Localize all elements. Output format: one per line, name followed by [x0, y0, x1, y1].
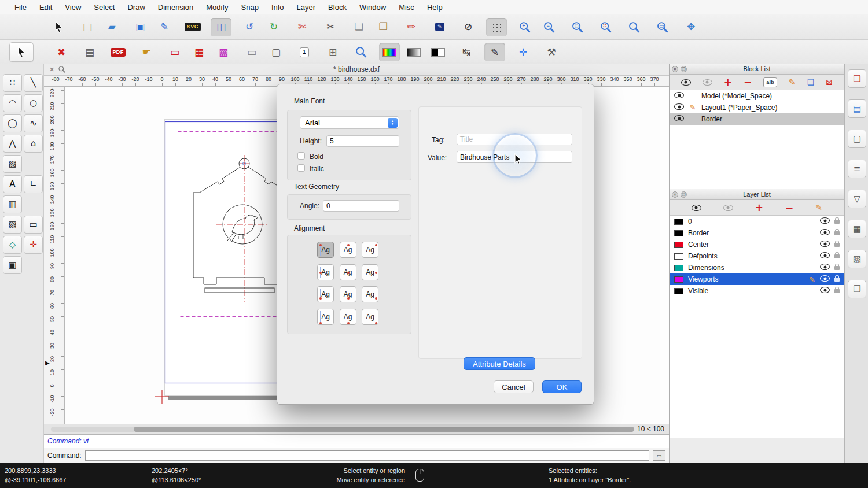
layer-row[interactable]: Visible: [670, 285, 844, 297]
show-all-layers-button[interactable]: [692, 205, 701, 211]
layer-lock-icon[interactable]: [834, 264, 840, 272]
alignment-top-center-button[interactable]: Ag: [340, 242, 356, 258]
block-row[interactable]: Border: [670, 113, 844, 125]
add-layer-button[interactable]: +: [755, 203, 763, 213]
menu-block[interactable]: Block: [322, 3, 353, 12]
rounded-panel-button[interactable]: ▢: [266, 43, 286, 61]
tool-arcs[interactable]: ◠: [3, 94, 22, 112]
layer-lock-icon[interactable]: [834, 241, 840, 249]
print-preview-button[interactable]: ◫: [211, 18, 231, 36]
menu-modify[interactable]: Modify: [200, 3, 234, 12]
menu-window[interactable]: Window: [353, 3, 392, 12]
menu-view[interactable]: View: [58, 3, 87, 12]
add-block-button[interactable]: +: [724, 77, 732, 87]
h-scrollbar-thumb[interactable]: [134, 427, 634, 432]
layer-row[interactable]: Center: [670, 239, 844, 250]
layer-row[interactable]: Defpoints: [670, 250, 844, 262]
layer-visibility-eye-icon[interactable]: [820, 264, 830, 272]
toggle-grid-button[interactable]: [486, 18, 507, 36]
undo-button[interactable]: ↺: [239, 18, 260, 36]
export-pdf-button[interactable]: PDF: [108, 43, 128, 61]
color-palette-button[interactable]: [379, 43, 400, 61]
layer-visibility-eye-icon[interactable]: [820, 217, 830, 225]
panel-library-button[interactable]: ▢: [848, 130, 866, 148]
window-rect-button[interactable]: ▭: [241, 43, 262, 61]
menu-select[interactable]: Select: [87, 3, 121, 12]
paste-button[interactable]: ❐: [373, 18, 393, 36]
menu-draw[interactable]: Draw: [121, 3, 151, 12]
zoom-out-button[interactable]: −: [539, 18, 560, 36]
remove-block-button[interactable]: −: [744, 77, 752, 87]
angle-input[interactable]: 0: [323, 200, 399, 212]
alignment-middle-right-button[interactable]: Ag: [362, 264, 378, 280]
cancel-button[interactable]: Cancel: [494, 380, 534, 393]
flip-direction-button[interactable]: ↹: [456, 43, 477, 61]
export-svg-button[interactable]: SVG: [182, 18, 203, 36]
alignment-middle-center-button[interactable]: Ag: [340, 264, 356, 280]
h-scrollbar[interactable]: 10 < 100: [44, 424, 669, 434]
cut-button[interactable]: ✂: [320, 18, 341, 36]
tool-blocks[interactable]: ▣: [3, 256, 22, 274]
show-all-blocks-button[interactable]: [681, 79, 691, 86]
zoom-window-button[interactable]: ▭: [652, 18, 673, 36]
edit-drawing-button[interactable]: ✎: [154, 18, 175, 36]
block-visibility-eye-icon[interactable]: [674, 115, 684, 123]
alignment-top-left-button[interactable]: Ag: [317, 242, 334, 258]
block-row[interactable]: ✎ Layout1 (*Paper_Space): [670, 102, 844, 113]
menu-help[interactable]: Help: [421, 3, 449, 12]
block-list-close-icon[interactable]: ✕: [672, 66, 678, 72]
tool-dimensions[interactable]: ∟: [24, 175, 43, 193]
layer-edit-pen-icon[interactable]: ✎: [809, 276, 815, 283]
layer-row[interactable]: Dimensions: [670, 262, 844, 273]
edit-block-button[interactable]: ✎: [789, 78, 796, 86]
panel-filter-button[interactable]: ▽: [848, 190, 866, 208]
zoom-selection-button[interactable]: ∷: [595, 18, 616, 36]
tool-measure[interactable]: ▭: [24, 216, 43, 234]
block-list-float-icon[interactable]: ❐: [681, 66, 687, 72]
print-button[interactable]: ▤: [79, 43, 100, 61]
tool-snap-tools[interactable]: ✛: [24, 236, 43, 254]
edit-attributes-pen-button[interactable]: ✏: [401, 18, 422, 36]
command-input[interactable]: [85, 450, 649, 461]
alignment-baseline-right-button[interactable]: Ag: [362, 286, 378, 302]
menu-layer[interactable]: Layer: [290, 3, 322, 12]
pan-button[interactable]: ✥: [681, 18, 701, 36]
ok-button[interactable]: OK: [542, 380, 582, 393]
layer-list-close-icon[interactable]: ✕: [672, 191, 678, 198]
block-visibility-eye-icon[interactable]: [674, 103, 684, 112]
block-visibility-eye-icon[interactable]: [674, 92, 684, 100]
tool-image[interactable]: ▥: [3, 195, 22, 213]
tool-polylines[interactable]: ⋀: [3, 135, 22, 153]
italic-checkbox[interactable]: [297, 164, 305, 172]
draw-grid-area-button[interactable]: ▦: [189, 43, 209, 61]
add-point-button[interactable]: ✛: [513, 43, 534, 61]
insert-block-button[interactable]: ❏: [807, 78, 815, 86]
pan-hand-button[interactable]: ☛: [136, 43, 157, 61]
alignment-bottom-center-button[interactable]: Ag: [340, 309, 356, 325]
menu-file[interactable]: File: [8, 3, 33, 12]
zoom-previous-button[interactable]: ←: [624, 18, 645, 36]
line-style-pen-button[interactable]: ✎: [484, 43, 505, 61]
layer-visibility-eye-icon[interactable]: [820, 241, 830, 249]
alignment-bottom-left-button[interactable]: Ag: [317, 309, 334, 325]
delete-block-button[interactable]: ⊠: [826, 78, 833, 86]
layer-visibility-eye-icon[interactable]: [820, 229, 830, 237]
layer-lock-icon[interactable]: [834, 229, 840, 237]
hide-all-layers-button[interactable]: [723, 205, 733, 211]
rename-block-button[interactable]: alb: [763, 77, 777, 87]
menu-info[interactable]: Info: [265, 3, 290, 12]
layer-list-float-icon[interactable]: ❐: [681, 191, 687, 198]
hide-all-blocks-button[interactable]: [703, 79, 712, 86]
copy-button[interactable]: ❏: [348, 18, 369, 36]
layer-lock-icon[interactable]: [834, 217, 840, 225]
select-arrow-2-button[interactable]: [9, 42, 34, 62]
tool-ellipses[interactable]: ◯: [3, 114, 22, 132]
alignment-baseline-center-button[interactable]: Ag: [340, 286, 356, 302]
draw-viewport-button[interactable]: ▩: [213, 43, 234, 61]
layer-visibility-eye-icon[interactable]: [820, 252, 830, 260]
panel-block-list-button[interactable]: ❏: [848, 69, 866, 88]
tool-points[interactable]: ∷: [3, 74, 22, 92]
layer-row[interactable]: Border: [670, 227, 844, 239]
tool-splines[interactable]: ∿: [24, 114, 43, 132]
tool-hatch[interactable]: ▨: [3, 155, 22, 173]
